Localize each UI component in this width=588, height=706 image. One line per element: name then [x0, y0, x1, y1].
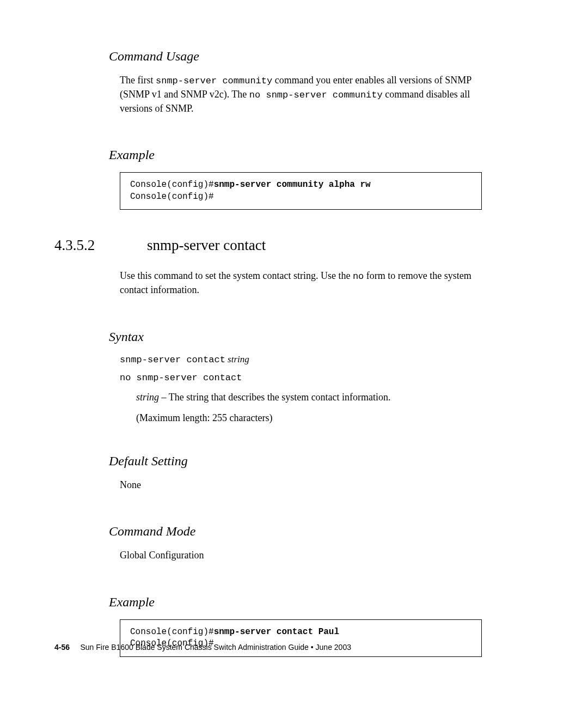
default-setting-heading: Default Setting	[109, 454, 482, 468]
syntax-arg: string	[225, 354, 249, 364]
syntax-cmd: snmp-server contact	[120, 355, 225, 365]
section-description: Use this command to set the system conta…	[120, 269, 482, 296]
command-inline: no	[353, 271, 364, 282]
console-line: Console(config)#	[130, 191, 471, 203]
command-mode-value: Global Configuration	[120, 549, 482, 562]
command-mode-heading: Command Mode	[109, 524, 482, 539]
syntax-param: string – The string that describes the s…	[136, 391, 482, 404]
console-line: Console(config)#snmp-server contact Paul	[130, 626, 471, 638]
syntax-param-note: (Maximum length: 255 characters)	[136, 411, 482, 424]
text-part: The first	[120, 75, 156, 86]
example-heading: Example	[109, 595, 482, 610]
syntax-line: snmp-server contact string	[120, 354, 482, 365]
console-line: Console(config)#snmp-server community al…	[130, 179, 471, 191]
text-part: Use this command to set the system conta…	[120, 270, 353, 281]
console-command: snmp-server contact Paul	[214, 627, 339, 637]
console-output-box: Console(config)#snmp-server community al…	[120, 172, 482, 210]
syntax-line: no snmp-server contact	[120, 373, 482, 383]
command-usage-paragraph: The first snmp-server community command …	[120, 74, 482, 115]
command-usage-heading: Command Usage	[109, 49, 482, 64]
param-desc: – The string that describes the system c…	[159, 392, 391, 403]
footer-separator	[72, 643, 78, 652]
syntax-heading: Syntax	[109, 330, 482, 344]
subsection-heading: 4.3.5.2 snmp-server contact	[54, 237, 482, 254]
console-prompt: Console(config)#	[130, 627, 214, 637]
default-setting-value: None	[120, 478, 482, 491]
command-inline: snmp-server community	[156, 76, 272, 86]
section-number: 4.3.5.2	[54, 237, 147, 254]
console-prompt: Console(config)#	[130, 180, 214, 190]
command-inline: no snmp-server community	[249, 90, 383, 100]
param-name: string	[136, 392, 159, 403]
document-title: Sun Fire B1600 Blade System Chassis Swit…	[80, 643, 351, 652]
section-title: snmp-server contact	[147, 237, 266, 254]
page-number: 4-56	[54, 643, 70, 652]
page-footer: 4-56 Sun Fire B1600 Blade System Chassis…	[54, 643, 351, 652]
example-heading: Example	[109, 148, 482, 162]
console-command: snmp-server community alpha rw	[214, 180, 371, 190]
